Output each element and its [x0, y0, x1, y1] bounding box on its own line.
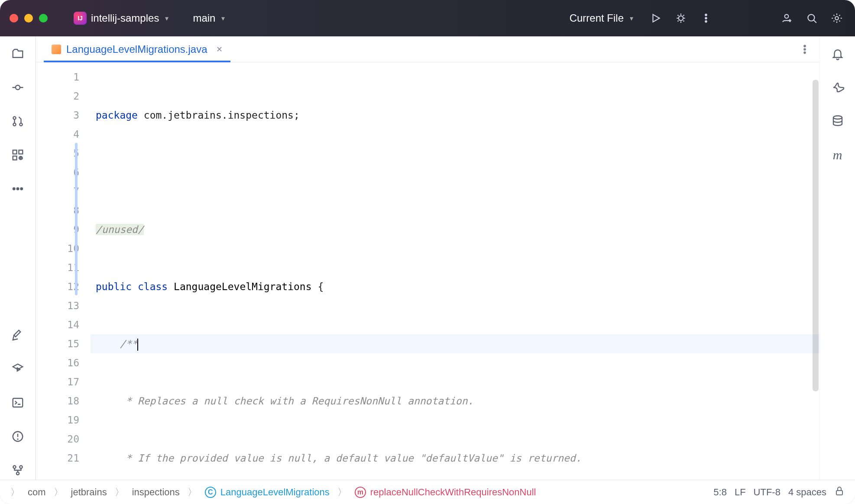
close-tab-button[interactable]: ✕ [216, 45, 223, 54]
chevron-down-icon: ▾ [221, 14, 225, 23]
notifications-button[interactable] [828, 44, 847, 63]
chevron-down-icon: ▾ [630, 14, 633, 23]
method-icon: m [355, 487, 366, 498]
build-tool-button[interactable] [8, 326, 27, 345]
window-minimize-button[interactable] [24, 14, 33, 23]
more-tools-button[interactable] [8, 179, 27, 198]
change-marker [75, 143, 78, 295]
java-file-icon [52, 45, 61, 54]
class-icon: C [205, 487, 216, 498]
svg-rect-41 [836, 491, 842, 495]
intellij-logo-icon: IJ [74, 12, 87, 25]
vcs-tool-button[interactable] [8, 461, 27, 480]
tab-options-button[interactable] [796, 41, 813, 58]
svg-point-8 [785, 14, 789, 18]
titlebar: IJ intellij-samples ▾ main ▾ Current Fil… [0, 0, 855, 36]
search-everywhere-button[interactable] [803, 10, 820, 27]
problems-tool-button[interactable] [8, 427, 27, 446]
project-tool-button[interactable] [8, 44, 27, 63]
window-close-button[interactable] [10, 14, 18, 23]
breadcrumb-method[interactable]: m replaceNullCheckWithRequiresNonNull [355, 487, 536, 498]
structure-tool-button[interactable] [8, 145, 27, 165]
chevron-right-icon: 〉 [54, 486, 63, 499]
indent-setting[interactable]: 4 spaces [788, 487, 826, 498]
svg-rect-20 [13, 150, 16, 154]
chevron-down-icon: ▾ [165, 14, 168, 23]
status-bar: 〉 com 〉 jetbrains 〉 inspections 〉 C Lang… [0, 480, 855, 504]
svg-point-34 [13, 465, 16, 468]
chevron-right-icon: 〉 [115, 486, 124, 499]
ide-window: IJ intellij-samples ▾ main ▾ Current Fil… [0, 0, 855, 504]
chevron-right-icon: 〉 [337, 486, 347, 499]
branch-name: main [193, 12, 215, 24]
svg-point-35 [19, 465, 22, 468]
branch-selector[interactable]: main ▾ [182, 9, 231, 28]
svg-point-37 [804, 45, 805, 46]
database-tool-button[interactable] [828, 112, 847, 131]
line-separator[interactable]: LF [735, 487, 746, 498]
left-tool-rail [0, 36, 36, 480]
terminal-tool-button[interactable] [8, 393, 27, 412]
ai-assistant-button[interactable] [828, 78, 847, 97]
window-zoom-button[interactable] [39, 14, 48, 23]
caret-position[interactable]: 5:8 [713, 487, 727, 498]
editor[interactable]: 1 2 3 4 5 6 7 8 9 10 11 12 13 14 15 16 1 [36, 62, 819, 480]
svg-point-28 [20, 188, 23, 190]
svg-marker-3 [653, 14, 660, 22]
right-tool-rail: m [819, 36, 855, 480]
chevron-right-icon: 〉 [10, 486, 20, 499]
file-encoding[interactable]: UTF-8 [754, 487, 781, 498]
editor-tabs: LanguageLevelMigrations.java ✕ [36, 36, 819, 62]
svg-point-6 [705, 17, 706, 19]
svg-point-33 [17, 439, 18, 439]
breadcrumb-item[interactable]: jetbrains [71, 487, 107, 498]
run-button[interactable] [647, 10, 664, 27]
readonly-toggle[interactable] [834, 486, 845, 499]
svg-point-26 [13, 188, 15, 190]
project-selector[interactable]: IJ intellij-samples ▾ [68, 9, 175, 28]
window-controls [10, 14, 48, 23]
svg-point-27 [16, 188, 19, 190]
svg-point-18 [13, 123, 16, 126]
svg-line-12 [813, 20, 816, 23]
svg-point-11 [808, 14, 814, 21]
code-area[interactable]: package com.jetbrains.inspections; /unus… [88, 62, 819, 480]
svg-point-17 [13, 116, 16, 119]
svg-point-36 [16, 472, 19, 475]
breadcrumb-class[interactable]: C LanguageLevelMigrations [205, 487, 330, 498]
tab-file-name: LanguageLevelMigrations.java [66, 43, 207, 55]
editor-tab[interactable]: LanguageLevelMigrations.java ✕ [44, 36, 230, 62]
main-content: LanguageLevelMigrations.java ✕ 1 2 3 4 5… [0, 36, 855, 480]
debug-button[interactable] [672, 10, 690, 27]
services-tool-button[interactable] [8, 359, 27, 378]
breadcrumb-item[interactable]: com [28, 487, 46, 498]
svg-point-5 [705, 14, 706, 16]
run-config-label: Current File [570, 12, 624, 24]
svg-point-13 [835, 16, 839, 20]
run-config-selector[interactable]: Current File ▾ [564, 9, 639, 28]
code-with-me-button[interactable] [778, 10, 795, 27]
svg-point-4 [679, 16, 683, 21]
svg-point-7 [705, 21, 706, 22]
svg-rect-30 [13, 398, 23, 407]
vertical-scrollbar[interactable] [813, 80, 819, 391]
settings-button[interactable] [828, 10, 845, 27]
more-actions-button[interactable] [697, 10, 715, 27]
project-name: intellij-samples [91, 12, 159, 24]
svg-point-19 [19, 123, 22, 126]
maven-tool-button[interactable]: m [828, 145, 847, 165]
svg-point-14 [16, 85, 20, 90]
breadcrumb-item[interactable]: inspections [132, 487, 180, 498]
commit-tool-button[interactable] [8, 78, 27, 97]
svg-rect-22 [13, 156, 16, 160]
svg-point-39 [804, 52, 805, 53]
line-gutter: 1 2 3 4 5 6 7 8 9 10 11 12 13 14 15 16 1 [36, 62, 88, 480]
editor-panel: LanguageLevelMigrations.java ✕ 1 2 3 4 5… [36, 36, 819, 480]
svg-point-40 [833, 116, 842, 120]
pull-requests-tool-button[interactable] [8, 112, 27, 131]
svg-point-38 [804, 48, 805, 50]
svg-rect-21 [19, 150, 23, 154]
chevron-right-icon: 〉 [188, 486, 197, 499]
